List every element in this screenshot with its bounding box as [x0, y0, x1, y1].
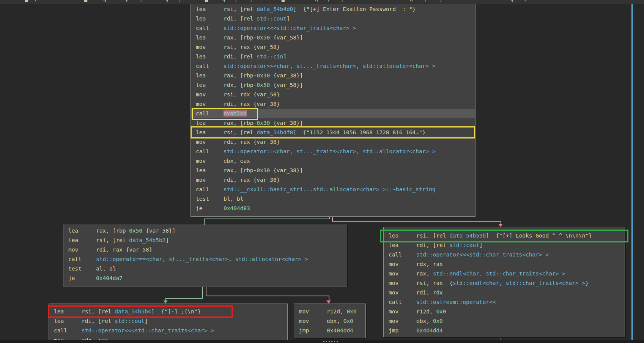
- symbol-token[interactable]: std::endl<char, std::char_traits<char> >: [433, 271, 565, 277]
- instruction-row[interactable]: movrsi, rax {var_58}: [191, 42, 475, 52]
- text-token[interactable]: rsi, rax {: [416, 280, 453, 286]
- instruction-row[interactable]: movrdi, rax {var_38}: [191, 137, 475, 147]
- mnemonic[interactable]: call: [196, 185, 209, 194]
- number-token[interactable]: 0x404da7: [96, 275, 123, 281]
- text-token[interactable]: rax, [rbp-: [224, 167, 257, 173]
- operands[interactable]: std::operator>><char, st..._traits<char>…: [224, 61, 436, 71]
- symbol-token[interactable]: data_54b5b2: [129, 237, 165, 243]
- number-token[interactable]: 0x404dd4: [416, 327, 443, 334]
- operands[interactable]: rsi, [rel data_54b5b4] {"[-] ;(\n"}: [82, 307, 201, 316]
- number-token[interactable]: 0x404d83: [224, 205, 250, 211]
- mnemonic[interactable]: mov: [299, 316, 309, 326]
- mnemonic[interactable]: mov: [389, 316, 398, 326]
- text-token[interactable]: rdi, rax {var_38}: [224, 139, 280, 145]
- text-token[interactable]: rsi, [rel: [224, 129, 257, 135]
- number-token[interactable]: 0x30: [257, 72, 270, 79]
- instruction-row[interactable]: callstd::ostream::operator<<: [384, 297, 625, 307]
- text-token[interactable]: rsi, [rel: [224, 6, 257, 12]
- instruction-row[interactable]: movr12d, 0x0: [294, 307, 365, 316]
- symbol-token[interactable]: data_54b59b: [449, 233, 486, 239]
- instruction-row[interactable]: learax, [rbp-0x50 {var_58}]: [63, 226, 347, 236]
- text-token[interactable]: rdi, rax {var_58}: [96, 247, 152, 253]
- instruction-row[interactable]: jmp0x404dd4: [384, 326, 625, 335]
- mnemonic[interactable]: lea: [389, 241, 398, 250]
- mnemonic[interactable]: lea: [196, 33, 206, 42]
- text-token[interactable]: ebx,: [327, 318, 343, 324]
- operands[interactable]: rdi, [rel std::cout]: [416, 241, 483, 250]
- block-fail[interactable]: learsi, [rel data_54b5b4] {"[-] ;(\n"}le…: [49, 304, 288, 343]
- text-token[interactable]: rsi, [rel: [416, 233, 449, 239]
- mnemonic[interactable]: lea: [389, 231, 398, 241]
- text-token[interactable]: ]: [287, 16, 290, 22]
- selected-token[interactable]: exatlon: [224, 110, 247, 116]
- mnemonic[interactable]: mov: [389, 307, 398, 316]
- instruction-row[interactable]: callstd::operator<<<std::char_traits<cha…: [49, 326, 287, 335]
- text-token[interactable]: al, al: [96, 266, 116, 272]
- instruction-row[interactable]: learsi, [rel data_54b4d0] {"[+] Enter Ex…: [191, 5, 475, 14]
- symbol-token[interactable]: data_54b5b4: [115, 308, 151, 315]
- instruction-row[interactable]: jmp0x404dd4: [294, 326, 365, 335]
- operands[interactable]: ebx, eax: [224, 156, 250, 166]
- mnemonic[interactable]: mov: [299, 307, 309, 316]
- symbol-token[interactable]: std::operator==<char, st..._traits<char>…: [96, 256, 308, 262]
- text-token[interactable]: rax, [rbp-: [96, 228, 129, 234]
- mnemonic[interactable]: call: [54, 326, 67, 335]
- number-token[interactable]: 0x0: [433, 318, 443, 324]
- mnemonic[interactable]: mov: [196, 90, 206, 99]
- mnemonic[interactable]: mov: [389, 278, 398, 288]
- text-token[interactable]: ]: [283, 53, 287, 60]
- operands[interactable]: std::operator==<char, st..._traits<char>…: [96, 255, 308, 264]
- text-token[interactable]: ]: [479, 242, 483, 248]
- text-token[interactable]: ] {"[+] Looks Good ^_^ \n\n\n"}: [486, 233, 592, 239]
- mnemonic[interactable]: call: [389, 297, 402, 307]
- number-token[interactable]: 0x30: [257, 120, 270, 126]
- text-token[interactable]: ]: [145, 318, 148, 324]
- instruction-row[interactable]: learsi, [rel data_54b5b2]: [63, 236, 347, 245]
- text-token[interactable]: }: [585, 280, 589, 286]
- operands[interactable]: r12d, 0x0: [327, 307, 357, 316]
- instruction-row[interactable]: je0x404d83: [191, 204, 475, 213]
- instruction-row[interactable]: learsi, [rel data_54b4f0] {"1152 1344 10…: [191, 128, 475, 137]
- block-zero-jump[interactable]: movr12d, 0x0movebx, 0x0jmp0x404dd4: [294, 304, 366, 338]
- block-entry[interactable]: learsi, [rel data_54b4d0] {"[+] Enter Ex…: [191, 4, 476, 217]
- mnemonic[interactable]: mov: [196, 175, 206, 185]
- operands[interactable]: 0x404dd4: [416, 326, 443, 335]
- text-token[interactable]: bl, bl: [224, 196, 243, 202]
- number-token[interactable]: 0x50: [257, 82, 270, 88]
- operands[interactable]: rdi, rax {var_38}: [224, 175, 280, 185]
- instruction-row[interactable]: learsi, [rel data_54b59b] {"[+] Looks Go…: [384, 231, 625, 241]
- operands[interactable]: rsi, [rel data_54b4d0] {"[+] Enter Exatl…: [224, 5, 416, 14]
- text-token[interactable]: rdi, rdx: [416, 290, 443, 296]
- operands[interactable]: rax, std::endl<char, std::char_traits<ch…: [416, 269, 565, 278]
- mnemonic[interactable]: call: [196, 147, 209, 156]
- mnemonic[interactable]: mov: [389, 260, 398, 269]
- text-token[interactable]: rax, [rbp-: [224, 35, 257, 41]
- operands[interactable]: rsi, rax {var_58}: [224, 42, 280, 52]
- operands[interactable]: rsi, rdx {var_58}: [224, 90, 280, 99]
- block-success[interactable]: learsi, [rel data_54b59b] {"[+] Looks Go…: [383, 227, 625, 337]
- instruction-row[interactable]: learsi, [rel data_54b5b4] {"[-] ;(\n"}: [49, 307, 287, 316]
- symbol-token[interactable]: std::operator>><char, st..._traits<char>…: [224, 63, 436, 69]
- instruction-row[interactable]: movebx, eax: [191, 156, 475, 166]
- mnemonic[interactable]: lea: [196, 71, 206, 80]
- operands[interactable]: std::operator==<char, st..._traits<char>…: [224, 147, 436, 156]
- operands[interactable]: rdi, [rel std::cout]: [224, 14, 290, 24]
- number-token[interactable]: 0x30: [257, 167, 270, 173]
- mnemonic[interactable]: test: [68, 264, 82, 274]
- mnemonic[interactable]: je: [196, 204, 202, 213]
- text-token[interactable]: ] {"[-] ;(\n"}: [151, 308, 201, 315]
- text-token[interactable]: ] {"1152 1344 1056 1968 1728 816 164…"}: [293, 129, 425, 135]
- text-token[interactable]: rsi, rdx {var_58}: [224, 91, 280, 98]
- instruction-row[interactable]: callstd::__cxx11::basic_stri...std::allo…: [191, 185, 475, 194]
- text-token[interactable]: ebx, eax: [224, 158, 250, 164]
- mnemonic[interactable]: jmp: [299, 326, 309, 335]
- operands[interactable]: 0x404da7: [96, 274, 123, 283]
- mnemonic[interactable]: mov: [196, 42, 206, 52]
- operands[interactable]: rax, [rbp-0x50 {var_58}]: [96, 226, 176, 236]
- operands[interactable]: al, al: [96, 264, 116, 274]
- text-token[interactable]: ] {"[+] Enter Exatlon Password : "}: [293, 6, 416, 12]
- instruction-row[interactable]: callstd::operator<<<std::char_traits<cha…: [384, 250, 625, 260]
- operands[interactable]: bl, bl: [224, 194, 243, 204]
- symbol-token[interactable]: data_54b4d0: [257, 6, 293, 12]
- mnemonic[interactable]: lea: [196, 166, 206, 175]
